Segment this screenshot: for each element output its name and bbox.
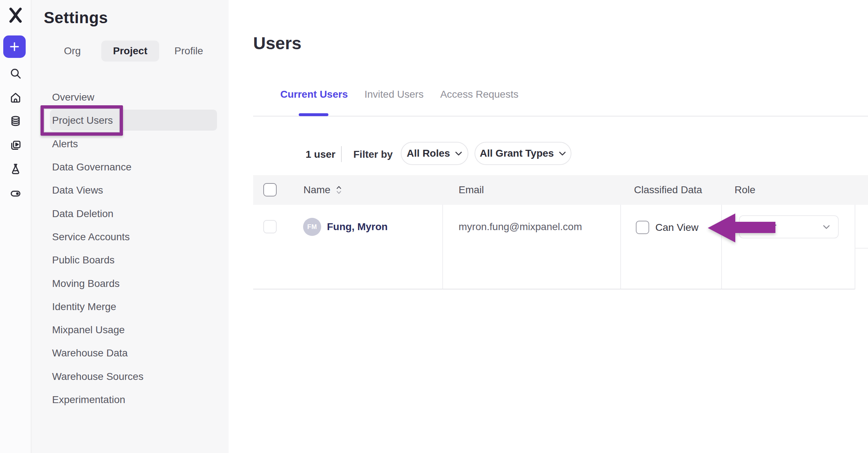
sidebar-item-warehouse-sources[interactable]: Warehouse Sources	[31, 365, 229, 388]
all-grant-types-label: All Grant Types	[480, 148, 554, 159]
column-header-role: Role	[735, 175, 756, 205]
boards-icon[interactable]	[9, 139, 22, 152]
sort-icon[interactable]	[336, 185, 342, 195]
all-roles-label: All Roles	[407, 148, 450, 159]
column-header-name[interactable]: Name	[303, 175, 342, 205]
row-select-checkbox[interactable]	[263, 220, 277, 233]
tab-org[interactable]: Org	[58, 41, 87, 62]
user-count: 1 user	[306, 148, 336, 161]
annotation-arrow	[707, 211, 778, 244]
sidebar-item-data-deletion[interactable]: Data Deletion	[31, 202, 229, 225]
plus-icon	[8, 41, 21, 53]
page-title: Users	[253, 33, 301, 53]
sidebar-item-data-views[interactable]: Data Views	[31, 179, 229, 202]
user-email: myron.fung@mixpanel.com	[459, 220, 582, 233]
column-divider	[620, 205, 621, 289]
all-grant-types-dropdown[interactable]: All Grant Types	[475, 142, 571, 165]
column-header-email: Email	[459, 175, 484, 205]
sidebar-item-data-governance[interactable]: Data Governance	[31, 156, 229, 179]
home-icon[interactable]	[9, 92, 22, 104]
arrow-shape	[708, 213, 775, 242]
users-tabs: Current Users Invited Users Access Reque…	[280, 87, 518, 102]
table-header: Name Email Classified Data Role	[253, 175, 868, 205]
mixpanel-logo[interactable]	[7, 7, 24, 24]
avatar: FM	[303, 218, 321, 236]
users-panel: Users Current Users Invited Users Access…	[229, 0, 868, 453]
database-icon[interactable]	[9, 115, 22, 127]
sidebar-item-public-boards[interactable]: Public Boards	[31, 249, 229, 272]
row-border-right-segment	[855, 248, 868, 249]
chevron-down-icon	[559, 151, 566, 156]
all-roles-dropdown[interactable]: All Roles	[401, 142, 468, 165]
tabs-divider	[253, 116, 868, 117]
sidebar-item-service-accounts[interactable]: Service Accounts	[31, 225, 229, 249]
sidebar-title: Settings	[44, 9, 108, 27]
tab-profile[interactable]: Profile	[173, 41, 205, 62]
column-divider	[442, 205, 443, 289]
classified-data-checkbox[interactable]	[636, 221, 649, 234]
can-view-label: Can View	[655, 221, 698, 234]
sidebar-item-overview[interactable]: Overview	[31, 86, 229, 109]
sidebar-item-identity-merge[interactable]: Identity Merge	[31, 295, 229, 318]
settings-nav: Overview Project Users Alerts Data Gover…	[31, 86, 229, 411]
column-header-classified: Classified Data	[634, 175, 702, 205]
chevron-down-icon	[455, 151, 462, 156]
select-all-checkbox[interactable]	[263, 183, 277, 196]
mixpanel-settings-page: { "colors": { "accent": "#5044e4", "plus…	[0, 0, 868, 453]
tab-project[interactable]: Project	[101, 41, 159, 62]
active-tab-underline	[299, 113, 328, 116]
tab-access-requests[interactable]: Access Requests	[440, 87, 518, 102]
icon-rail	[0, 0, 31, 453]
sidebar-item-moving-boards[interactable]: Moving Boards	[31, 272, 229, 295]
create-new-button[interactable]	[3, 35, 26, 58]
row-border	[253, 289, 855, 289]
flask-icon[interactable]	[9, 163, 22, 175]
settings-sidebar: Settings Org Project Profile Overview Pr…	[31, 0, 229, 453]
search-icon[interactable]	[9, 67, 22, 80]
tab-invited-users[interactable]: Invited Users	[365, 87, 424, 102]
filter-by-label: Filter by	[353, 148, 393, 161]
sidebar-item-experimentation[interactable]: Experimentation	[31, 388, 229, 411]
sidebar-item-mixpanel-usage[interactable]: Mixpanel Usage	[31, 318, 229, 342]
user-name-link[interactable]: Fung, Myron	[327, 220, 388, 233]
sidebar-item-alerts[interactable]: Alerts	[31, 132, 229, 156]
tab-current-users[interactable]: Current Users	[280, 87, 348, 102]
toolbar-divider	[341, 146, 342, 162]
sidebar-item-warehouse-data[interactable]: Warehouse Data	[31, 342, 229, 365]
toggle-icon[interactable]	[9, 187, 22, 199]
column-divider	[855, 205, 855, 289]
sidebar-item-project-users[interactable]: Project Users	[31, 109, 229, 132]
chevron-down-icon	[823, 225, 830, 229]
